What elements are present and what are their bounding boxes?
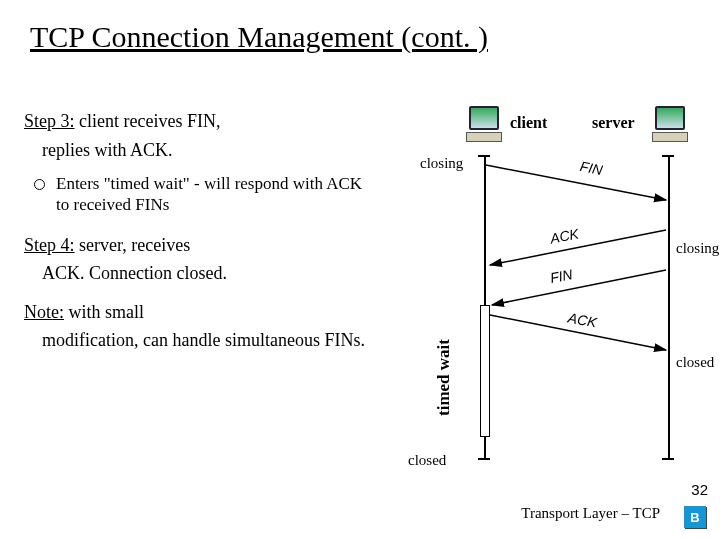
bullet-timed-wait: Enters "timed wait" - will respond with … [56,173,374,216]
step4-lead: server, receives [75,235,191,255]
page-number: 32 [691,481,708,498]
badge-letter: B [690,510,699,525]
step4-label: Step 4: [24,235,75,255]
slide-title: TCP Connection Management (cont. ) [30,20,488,54]
step4-cont: ACK. Connection closed. [42,262,374,285]
footer-label: Transport Layer – TCP [521,505,660,522]
closed-right-label: closed [676,354,714,371]
step3-cont: replies with ACK. [42,139,374,162]
badge-icon: B [684,506,706,528]
text-column: Step 3: client receives FIN, replies wit… [24,110,374,352]
message-arrows [400,100,700,500]
svg-line-2 [492,270,666,305]
note-label: Note: [24,302,64,322]
step3-lead: client receives FIN, [75,111,221,131]
step3-line: Step 3: client receives FIN, [24,110,374,133]
closing-right-label: closing [676,240,719,257]
note-lead: with small [64,302,144,322]
step4-line: Step 4: server, receives [24,234,374,257]
svg-line-0 [486,165,666,200]
note-cont: modification, can handle simultaneous FI… [42,329,374,352]
step3-label: Step 3: [24,111,75,131]
sequence-diagram: client server closing timed wait closed [400,100,700,490]
note-line: Note: with small [24,301,374,324]
